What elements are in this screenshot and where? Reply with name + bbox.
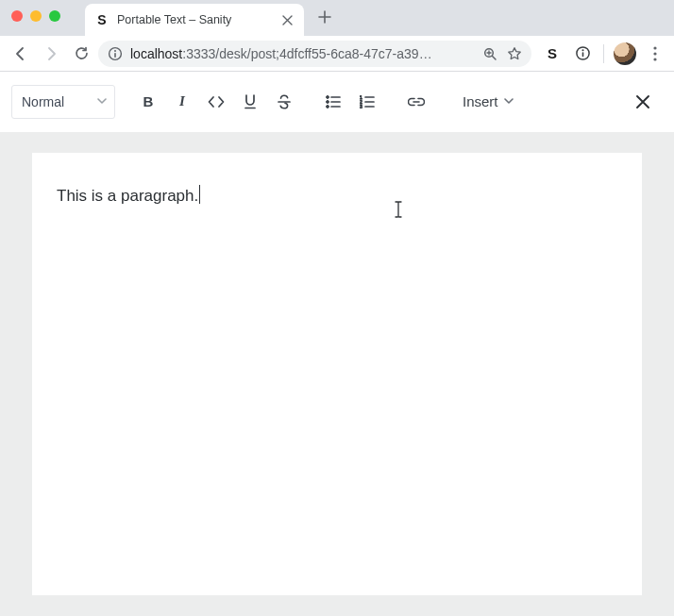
svg-point-7 [653, 46, 656, 49]
window-zoom-button[interactable] [49, 10, 60, 22]
editor-canvas-wrap: This is a paragraph. [0, 132, 674, 616]
separator [603, 44, 604, 63]
code-icon [208, 95, 225, 108]
strikethrough-button[interactable] [268, 86, 300, 118]
close-editor-button[interactable] [627, 86, 659, 118]
sanity-editor: Normal B I 123 [0, 72, 674, 616]
zoom-icon[interactable] [482, 46, 497, 61]
svg-point-9 [653, 58, 656, 60]
block-style-label: Normal [22, 94, 64, 109]
svg-rect-2 [114, 53, 116, 58]
reload-icon [74, 45, 90, 61]
list-bullet-icon [326, 95, 341, 108]
close-icon [635, 94, 650, 109]
back-button[interactable] [8, 41, 34, 67]
site-info-icon [108, 46, 123, 61]
list-group: 123 [317, 86, 383, 118]
extensions-area: S [535, 42, 666, 65]
url-text: localhost:3333/desk/post;4dfcff55-6ca8-4… [130, 46, 469, 61]
formatting-group: B I [132, 86, 300, 118]
svg-text:3: 3 [360, 104, 362, 108]
insert-menu[interactable]: Insert [457, 86, 519, 118]
link-icon [408, 97, 425, 107]
link-group [400, 86, 432, 118]
profile-avatar[interactable] [614, 42, 636, 65]
info-circle-icon [575, 45, 591, 61]
url-path: :3333/desk/post;4dfcff55-6ca8-47c7-a39… [182, 46, 431, 61]
window-minimize-button[interactable] [30, 10, 42, 22]
svg-point-10 [327, 95, 329, 98]
svg-point-8 [653, 52, 656, 55]
svg-point-11 [327, 100, 329, 103]
svg-rect-6 [581, 52, 583, 57]
chevron-down-icon [97, 98, 107, 105]
browser-tab[interactable]: S Portable Text – Sanity [85, 4, 304, 36]
tab-title: Portable Text – Sanity [117, 13, 272, 26]
editor-toolbar: Normal B I 123 [0, 72, 674, 132]
tab-favicon: S [94, 12, 110, 27]
underline-icon [244, 94, 257, 109]
bold-button[interactable]: B [132, 86, 164, 118]
block-style-select[interactable]: Normal [11, 85, 115, 119]
underline-button[interactable] [234, 86, 266, 118]
tab-close-button[interactable] [279, 12, 295, 27]
paragraph-text[interactable]: This is a paragraph. [57, 187, 198, 205]
cursor-ibeam-icon [394, 201, 403, 218]
svg-point-12 [327, 105, 329, 108]
chevron-down-icon [504, 98, 514, 105]
url-host: localhost [130, 46, 182, 61]
text-caret [199, 185, 200, 204]
svg-point-1 [114, 50, 116, 52]
address-bar: localhost:3333/desk/post;4dfcff55-6ca8-4… [0, 36, 674, 72]
omnibox-actions [482, 46, 522, 61]
extension-info-icon[interactable] [571, 42, 594, 65]
plus-icon [318, 10, 331, 24]
bullet-list-button[interactable] [317, 86, 349, 118]
link-button[interactable] [400, 86, 432, 118]
browser-chrome: S Portable Text – Sanity localhost:3333/… [0, 0, 674, 72]
italic-button[interactable]: I [166, 86, 198, 118]
window-close-button[interactable] [11, 10, 23, 22]
editor-page[interactable]: This is a paragraph. [32, 153, 642, 595]
numbered-list-button[interactable]: 123 [351, 86, 383, 118]
forward-button[interactable] [38, 41, 64, 67]
code-button[interactable] [200, 86, 232, 118]
tab-strip: S Portable Text – Sanity [0, 0, 674, 36]
window-controls [8, 10, 68, 22]
arrow-left-icon [12, 45, 29, 62]
list-numbered-icon: 123 [360, 95, 375, 108]
bookmark-star-icon[interactable] [507, 46, 522, 61]
close-icon [282, 15, 293, 25]
svg-point-5 [581, 49, 583, 51]
strikethrough-icon [277, 94, 292, 109]
omnibox[interactable]: localhost:3333/desk/post;4dfcff55-6ca8-4… [98, 41, 531, 67]
reload-button[interactable] [68, 41, 94, 67]
new-tab-button[interactable] [312, 4, 338, 30]
extension-sanity-icon[interactable]: S [541, 42, 564, 65]
insert-label: Insert [463, 93, 498, 109]
kebab-icon [653, 46, 657, 61]
arrow-right-icon [42, 45, 59, 62]
browser-menu-button[interactable] [644, 42, 666, 65]
